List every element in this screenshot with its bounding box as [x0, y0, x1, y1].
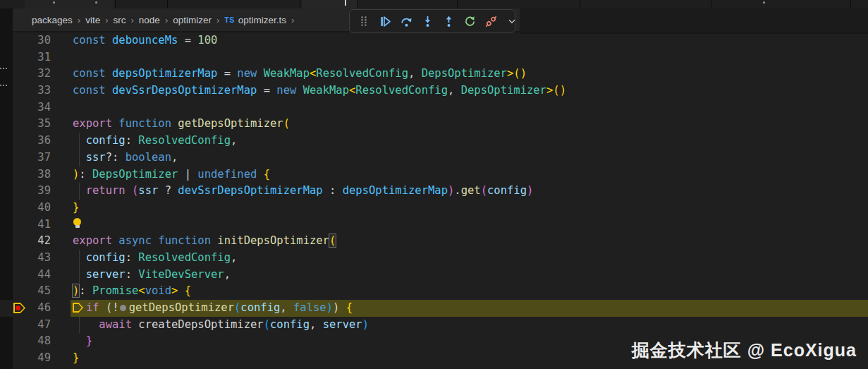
code-token	[73, 134, 86, 147]
disconnect-icon[interactable]	[482, 13, 499, 30]
code-line[interactable]: 36 config: ResolvedConfig,	[0, 133, 868, 150]
breadcrumb-item-optimizer.ts[interactable]: optimizer.ts	[238, 15, 286, 25]
code-token	[73, 318, 99, 331]
code-line[interactable]: 45): Promise<void> {	[0, 283, 868, 300]
line-number[interactable]: 33	[0, 83, 51, 99]
line-number[interactable]: 32	[0, 66, 51, 83]
gripper-icon[interactable]	[355, 13, 372, 30]
code-line[interactable]: 47 await createDepsOptimizer(config, ser…	[0, 317, 868, 334]
code-line-content: }	[73, 200, 79, 217]
tab-remnant[interactable]	[25, 0, 114, 8]
code-token: (	[234, 301, 240, 314]
line-number[interactable]: 35	[0, 116, 51, 133]
watermark: 掘金技术社区 @ EcoXigua	[632, 339, 857, 362]
line-number[interactable]: 48	[0, 333, 51, 350]
code-token: ResolvedConfig	[138, 251, 231, 264]
code-token: config	[240, 301, 280, 314]
code-line[interactable]: 40}	[0, 200, 868, 217]
breadcrumb-item-packages[interactable]: packages	[32, 15, 73, 25]
step-over-icon[interactable]	[398, 13, 415, 30]
line-number[interactable]: 37	[0, 150, 51, 167]
code-token: DepsOptimizer	[422, 67, 507, 80]
line-number[interactable]: 44	[0, 267, 51, 284]
line-number[interactable]: 36	[0, 133, 51, 150]
code-token: ,	[231, 134, 237, 147]
step-into-icon[interactable]	[419, 13, 436, 30]
code-line[interactable]: 41	[0, 217, 868, 234]
tab-remnant-active[interactable]	[302, 0, 357, 8]
line-number[interactable]: 38	[0, 167, 51, 183]
breadcrumb-separator: ›	[165, 15, 168, 25]
step-out-icon[interactable]	[440, 13, 457, 30]
code-token	[73, 184, 86, 197]
code-token: (	[264, 318, 270, 331]
code-line[interactable]: 34	[0, 99, 868, 116]
line-number[interactable]: 40	[0, 200, 51, 217]
line-number[interactable]: 42	[0, 233, 51, 250]
code-token: config	[86, 251, 126, 264]
breadcrumb-item-node[interactable]: node	[139, 15, 160, 25]
line-number[interactable]: 45	[0, 283, 51, 300]
code-token	[257, 168, 263, 181]
code-token: if	[86, 301, 106, 314]
code-line[interactable]: 42export async function initDepsOptimize…	[0, 233, 868, 250]
code-token: DepsOptimizer	[92, 168, 178, 181]
line-number[interactable]: 43	[0, 250, 51, 267]
line-number[interactable]: 30	[0, 32, 51, 49]
debug-toolbar	[349, 9, 515, 33]
code-token: )	[73, 168, 79, 181]
code-token: 100	[197, 34, 217, 47]
code-token: |	[178, 168, 197, 181]
line-number[interactable]: 46	[0, 300, 51, 317]
code-line-content: config: ResolvedConfig,	[73, 133, 237, 150]
code-token: =	[217, 67, 237, 80]
code-token: :	[126, 251, 139, 264]
code-token: ,	[408, 67, 422, 80]
code-token	[73, 251, 86, 264]
code-line[interactable]: 43 config: ResolvedConfig,	[0, 250, 868, 267]
breadcrumb-item-optimizer[interactable]: optimizer	[173, 15, 212, 25]
code-line[interactable]: 33const devSsrDepsOptimizerMap = new Wea…	[0, 83, 868, 99]
code-token: export	[73, 117, 118, 130]
line-number[interactable]: 39	[0, 183, 51, 200]
line-number[interactable]: 41	[0, 217, 51, 234]
continue-icon[interactable]	[377, 13, 393, 30]
code-line[interactable]: 37 ssr?: boolean,	[0, 150, 868, 167]
code-line[interactable]: 30const debounceMs = 100	[0, 32, 868, 49]
chevron-down-icon[interactable]	[503, 13, 520, 30]
code-token: )	[448, 184, 454, 197]
breadcrumb-item-vite[interactable]: vite	[85, 15, 100, 25]
code-token: const	[73, 34, 112, 47]
breadcrumb-separator: ›	[216, 15, 219, 25]
code-token: boolean	[126, 151, 171, 164]
code-token	[178, 284, 184, 297]
lightbulb-icon[interactable]	[73, 218, 82, 230]
breadcrumb-item-src[interactable]: src	[114, 15, 126, 25]
tab-separator	[580, 0, 580, 8]
code-token: depsOptimizerMap	[343, 184, 448, 197]
code-line[interactable]: 38): DepsOptimizer | undefined {	[0, 167, 868, 183]
line-number[interactable]: 31	[0, 49, 51, 66]
code-token: )	[333, 301, 346, 314]
code-line[interactable]: 39 return (ssr ? devSsrDepsOptimizerMap …	[0, 183, 868, 200]
tab-separator	[850, 0, 851, 8]
code-token: config	[487, 184, 527, 197]
code-line[interactable]: 35export function getDepsOptimizer(	[0, 116, 868, 133]
code-token: createDepsOptimizer	[138, 318, 263, 331]
code-token: )	[362, 318, 369, 331]
line-number[interactable]: 49	[0, 350, 51, 367]
code-line[interactable]: 32const depsOptimizerMap = new WeakMap<R…	[0, 66, 868, 83]
line-number[interactable]: 34	[0, 99, 51, 116]
line-number[interactable]: 47	[0, 317, 51, 334]
restart-icon[interactable]	[461, 13, 478, 30]
code-token: ,	[280, 301, 293, 314]
code-editor[interactable]: 30const debounceMs = 1003132const depsOp…	[0, 32, 868, 367]
code-line[interactable]: 31	[0, 49, 868, 66]
breadcrumb-separator: ›	[105, 15, 108, 25]
code-line[interactable]: 46if (!getDepsOptimizer(config, false)) …	[0, 300, 868, 317]
code-token: >()	[546, 84, 566, 97]
code-token: false	[293, 301, 326, 314]
code-token: }	[73, 334, 92, 347]
breadcrumb-separator: ›	[78, 15, 80, 25]
code-line[interactable]: 44 server: ViteDevServer,	[0, 267, 868, 284]
